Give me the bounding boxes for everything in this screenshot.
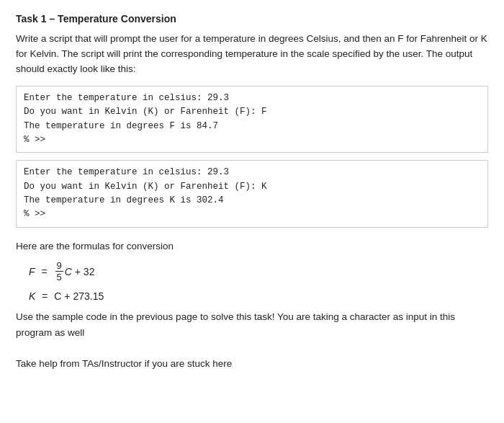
code-line: % >> <box>24 133 480 147</box>
fraction-numerator: 9 <box>55 260 63 272</box>
code-line: Enter the temperature in celsius: 29.3 <box>24 92 480 105</box>
task-description: Write a script that will prompt the user… <box>16 32 488 77</box>
formula-f-var: C <box>65 266 72 277</box>
code-line: % >> <box>24 208 480 221</box>
footer-text-1: Use the sample code in the previous page… <box>16 309 488 340</box>
fraction-denominator: 5 <box>55 272 63 283</box>
formulas-label: Here are the formulas for conversion <box>16 241 488 251</box>
code-block-1: Enter the temperature in celsius: 29.3 D… <box>16 86 488 153</box>
formula-k-rhs: C + 273.15 <box>54 290 104 302</box>
code-line: The temperature in degrees F is 84.7 <box>24 120 480 133</box>
formula-f-fraction: 9 5 <box>55 260 63 283</box>
formula-f-lhs: F <box>29 266 35 277</box>
formula-f-row: F = 9 5 C + 32 <box>29 260 488 283</box>
formula-k-row: K = C + 273.15 <box>29 290 488 302</box>
formula-k-equals: = <box>39 290 50 302</box>
code-line: Do you want in Kelvin (K) or Farenheit (… <box>24 180 480 194</box>
code-line: Do you want in Kelvin (K) or Farenheit (… <box>24 105 480 119</box>
formula-f-equals: = <box>39 266 50 277</box>
formula-k-lhs: K <box>29 290 35 302</box>
footer-text-2: Take help from TAs/Instructor if you are… <box>16 356 488 372</box>
code-line: Enter the temperature in celsius: 29.3 <box>24 166 480 179</box>
formula-f-plus: + 32 <box>72 266 95 277</box>
code-block-2: Enter the temperature in celsius: 29.3 D… <box>16 160 488 228</box>
formulas-section: Here are the formulas for conversion F =… <box>16 241 488 302</box>
task-title: Task 1 – Temperature Conversion <box>16 13 488 25</box>
code-line: The temperature in degrees K is 302.4 <box>24 194 480 208</box>
